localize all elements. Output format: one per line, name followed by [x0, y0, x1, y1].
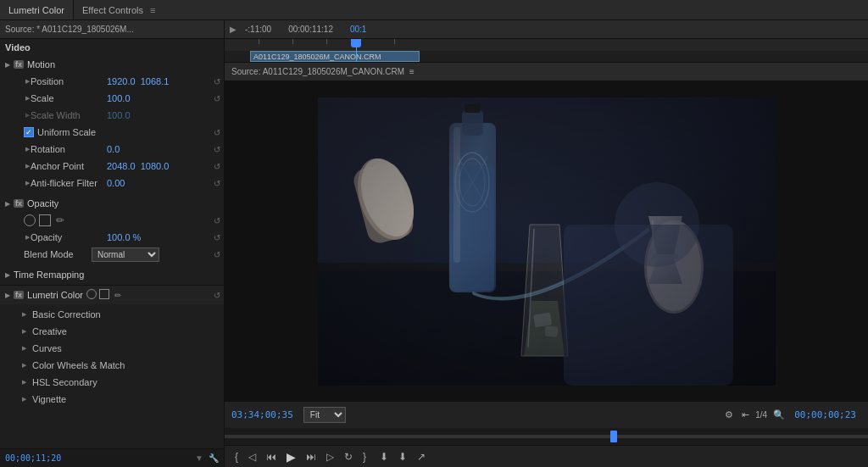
- anchor-y-value[interactable]: 1080.0: [141, 161, 170, 171]
- lumetri-circle-icon[interactable]: [86, 289, 97, 299]
- opacity-group-label: Opacity: [27, 198, 58, 208]
- next-frame-btn[interactable]: ▷: [323, 449, 337, 464]
- lumetri-color-wheels-item[interactable]: ▶ Color Wheels & Match: [0, 357, 224, 374]
- filter-icon[interactable]: ▼: [195, 453, 203, 463]
- antiflicker-reset-icon[interactable]: ↺: [214, 179, 220, 188]
- export-btn[interactable]: ↗: [414, 449, 429, 464]
- scale-value[interactable]: 100.0: [107, 93, 131, 103]
- insert-btn[interactable]: ⬇: [376, 449, 392, 464]
- prev-edit-btn[interactable]: ◁: [245, 449, 259, 464]
- timeline-clip-label: A011C129_1805026M_CANON.CRM: [253, 53, 381, 61]
- time-remapping-header[interactable]: ▶ Time Remapping: [0, 266, 224, 283]
- video-section-label: Video: [0, 39, 224, 54]
- lumetri-creative-item[interactable]: ▶ Creative: [0, 323, 224, 340]
- tab-lumetri[interactable]: Lumetri Color: [0, 0, 74, 19]
- opacity-value[interactable]: 100.0 %: [107, 232, 141, 242]
- preview-source-label: Source: A011C129_1805026M_CANON.CRM: [231, 67, 404, 76]
- preview-menu-icon[interactable]: ≡: [409, 67, 415, 76]
- scale-width-chevron-icon: ▶: [24, 112, 31, 119]
- opacity-pen-icon[interactable]: ✏: [54, 214, 66, 226]
- ruler-tick-2: [292, 39, 293, 44]
- prev-frame-btn[interactable]: ⇤: [739, 408, 752, 422]
- timeline-start-time: -:11:00: [245, 25, 271, 34]
- motion-group: ▶ fx Motion ▶ Position 1920.0 1068.1 ↺ ▶…: [0, 54, 224, 193]
- rotation-reset-icon[interactable]: ↺: [214, 145, 220, 154]
- lumetri-rect-icon[interactable]: [99, 289, 109, 299]
- magnify-btn[interactable]: 🔍: [771, 408, 787, 422]
- settings-icon-btn[interactable]: ⚙: [722, 408, 736, 422]
- lumetri-basic-correction-item[interactable]: ▶ Basic Correction: [0, 306, 224, 323]
- opacity-shapes-reset-icon[interactable]: ↺: [214, 216, 220, 225]
- lumetri-curves-item[interactable]: ▶ Curves: [0, 340, 224, 357]
- preview-panel: Source: A011C129_1805026M_CANON.CRM ≡: [225, 63, 868, 467]
- preview-timecode: 03;34;00;35: [231, 409, 293, 420]
- anchor-reset-icon[interactable]: ↺: [214, 162, 220, 171]
- effect-controls-tab-label: Effect Controls: [82, 5, 143, 15]
- anchor-chevron-icon: ▶: [24, 163, 31, 170]
- anchor-x-value[interactable]: 2048.0: [107, 161, 136, 171]
- scrubber-thumb[interactable]: [610, 431, 617, 442]
- fx-badge-motion: fx: [14, 60, 24, 69]
- uniform-scale-reset-icon[interactable]: ↺: [214, 128, 220, 137]
- uniform-scale-checkbox[interactable]: [24, 127, 34, 137]
- antiflicker-value[interactable]: 0.00: [107, 178, 125, 188]
- overwrite-btn[interactable]: ⬇: [395, 449, 410, 464]
- blend-mode-select[interactable]: Normal: [92, 247, 159, 262]
- loop-btn[interactable]: ↻: [341, 449, 356, 464]
- lumetri-reset-icon[interactable]: ↺: [214, 291, 220, 300]
- left-bottom-bar: 00;00;11;20 ▼ 🔧: [0, 448, 224, 467]
- antiflicker-chevron-icon: ▶: [24, 180, 31, 186]
- opacity-circle-shape[interactable]: [24, 214, 36, 226]
- fit-select[interactable]: Fit: [303, 407, 346, 423]
- wrench-icon[interactable]: 🔧: [209, 453, 219, 463]
- motion-group-header[interactable]: ▶ fx Motion: [0, 56, 224, 73]
- scale-width-row: ▶ Scale Width 100.0: [0, 107, 224, 124]
- timeline-nav-icon[interactable]: ▶: [230, 25, 236, 34]
- rotation-row: ▶ Rotation 0.0 ↺: [0, 141, 224, 158]
- scrubber-track: [225, 435, 868, 438]
- uniform-scale-row[interactable]: Uniform Scale ↺: [0, 124, 224, 141]
- opacity-group-header[interactable]: ▶ fx Opacity: [0, 195, 224, 212]
- position-x-value[interactable]: 1920.0: [107, 76, 136, 86]
- position-y-value[interactable]: 1068.1: [141, 76, 170, 86]
- mark-in-btn[interactable]: {: [231, 449, 242, 464]
- opacity-value-chevron-icon: ▶: [24, 234, 31, 241]
- uniform-scale-label: Uniform Scale: [37, 127, 96, 137]
- lumetri-pen-icon[interactable]: ✏: [112, 289, 124, 301]
- lumetri-hsl-item[interactable]: ▶ HSL Secondary: [0, 374, 224, 391]
- mark-out-btn[interactable]: }: [359, 449, 370, 464]
- right-controls-group: ⚙ ⇤ 1/4 🔍 00;00;00;23: [722, 408, 861, 422]
- video-scene-svg: [318, 97, 776, 386]
- fx-badge-lumetri: fx: [14, 291, 24, 299]
- blend-mode-label: Blend Mode: [24, 249, 92, 259]
- timeline-ruler[interactable]: [225, 39, 868, 51]
- color-wheels-label: Color Wheels & Match: [32, 360, 125, 370]
- effect-panel[interactable]: ▶ fx Motion ▶ Position 1920.0 1068.1 ↺ ▶…: [0, 54, 224, 448]
- time-remapping-group: ▶ Time Remapping: [0, 264, 224, 285]
- antiflicker-label: Anti-flicker Filter: [31, 178, 107, 188]
- lumetri-color-header[interactable]: ▶ fx Lumetri Color ✏ ↺: [0, 286, 224, 304]
- opacity-rect-shape[interactable]: [39, 214, 51, 226]
- rotation-value[interactable]: 0.0: [107, 144, 120, 154]
- opacity-group: ▶ fx Opacity ✏ ↺ ▶ Opacity 100.0 %: [0, 193, 224, 264]
- scale-width-value: 100.0: [107, 110, 131, 120]
- lumetri-shapes: ✏: [86, 289, 124, 301]
- creative-chevron-icon: ▶: [20, 328, 27, 335]
- step-fwd-btn[interactable]: ⏭: [303, 449, 320, 464]
- timeline-clip[interactable]: A011C129_1805026M_CANON.CRM: [250, 51, 420, 62]
- ruler-tick-3: [326, 39, 327, 44]
- step-back-btn[interactable]: ⏮: [263, 449, 280, 464]
- position-reset-icon[interactable]: ↺: [214, 77, 220, 86]
- color-wheels-chevron-icon: ▶: [20, 362, 27, 369]
- preview-scrubber[interactable]: [225, 428, 868, 445]
- quality-fraction: 1/4: [755, 410, 767, 420]
- play-btn[interactable]: ▶: [283, 448, 299, 465]
- scale-reset-icon[interactable]: ↺: [214, 94, 220, 103]
- effect-controls-menu-icon[interactable]: ≡: [150, 5, 155, 15]
- opacity-reset-icon[interactable]: ↺: [214, 233, 220, 242]
- lumetri-vignette-item[interactable]: ▶ Vignette: [0, 391, 224, 408]
- tab-effect-controls[interactable]: Effect Controls ≡: [74, 0, 164, 19]
- blend-reset-icon[interactable]: ↺: [214, 250, 220, 259]
- lumetri-color-section: ▶ fx Lumetri Color ✏ ↺ ▶ Basic Correctio…: [0, 285, 224, 409]
- timeline-playhead-time: 00:1: [350, 25, 366, 34]
